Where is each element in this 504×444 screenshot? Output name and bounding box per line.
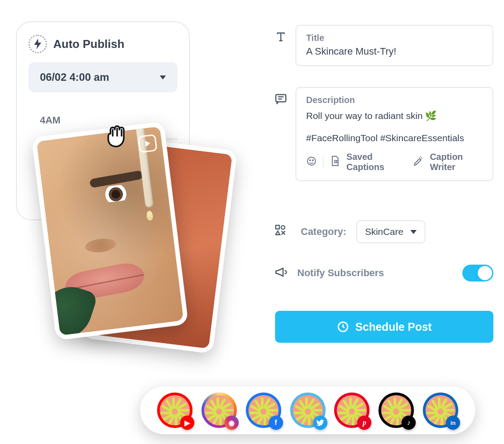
youtube-icon: ▶ [180,416,194,430]
description-toolbar: Saved Captions Caption Writer [306,152,483,172]
chevron-down-icon [410,230,417,234]
title-field[interactable]: Title A Skincare Must-Try! [295,25,493,66]
datetime-selector[interactable]: 06/02 4:00 am [28,62,177,92]
svg-rect-0 [276,95,286,102]
social-account-instagram[interactable]: ◉ [201,392,237,428]
description-label: Description [306,95,483,105]
schedule-post-button[interactable]: Schedule Post [275,311,493,343]
auto-publish-header: Auto Publish [28,35,177,53]
toggle-knob [478,266,492,280]
title-label: Title [306,33,483,43]
notify-label: Notify Subscribers [297,267,384,279]
social-account-tiktok[interactable]: ♪ [378,392,414,428]
tiktok-icon: ♪ [402,416,416,430]
twitter-icon [313,416,327,430]
media-preview-stack[interactable] [26,129,225,360]
notify-toggle[interactable] [462,265,493,281]
title-type-icon [274,30,287,45]
datetime-value: 06/02 4:00 am [40,71,109,83]
description-line: Roll your way to radiant skin 🌿 [306,108,483,124]
svg-point-1 [307,157,315,165]
toolbar-divider [323,157,323,167]
social-account-pinterest[interactable]: p [334,392,370,428]
facebook-icon: f [269,416,283,430]
pinterest-icon: p [357,416,371,430]
clock-icon [337,321,349,333]
megaphone-icon [274,266,287,281]
play-icon[interactable] [138,134,157,153]
social-account-youtube[interactable]: ▶ [157,392,193,428]
saved-captions-button[interactable]: Saved Captions [346,152,404,172]
chevron-down-icon [160,75,166,79]
magic-pen-icon[interactable] [413,156,424,168]
emoji-icon[interactable] [306,156,317,168]
category-select[interactable]: SkinCare [356,220,425,243]
svg-point-3 [312,160,313,161]
auto-publish-title: Auto Publish [53,37,124,51]
category-label: Category: [301,226,346,238]
description-field[interactable]: Description Roll your way to radiant ski… [295,87,493,181]
hashtag-doc-icon[interactable] [330,155,340,169]
description-line: #FaceRollingTool #SkincareEssentials [306,130,483,146]
time-slot-label: 4AM [40,115,60,126]
social-accounts-strip: ▶ ◉ f p ♪ in [140,386,475,434]
svg-point-2 [310,160,311,161]
category-value: SkinCare [365,226,403,237]
caption-writer-button[interactable]: Caption Writer [430,152,483,172]
title-value: A Skincare Must-Try! [306,46,483,57]
description-chat-icon [274,92,287,107]
social-account-twitter[interactable] [290,392,326,428]
social-account-linkedin[interactable]: in [423,392,458,428]
social-account-facebook[interactable]: f [246,392,281,428]
instagram-icon: ◉ [224,416,239,430]
auto-publish-bolt-icon [28,35,47,53]
media-card-front[interactable] [32,121,189,340]
schedule-post-label: Schedule Post [355,321,432,333]
grab-hand-icon [102,120,130,148]
linkedin-icon: in [446,416,460,430]
